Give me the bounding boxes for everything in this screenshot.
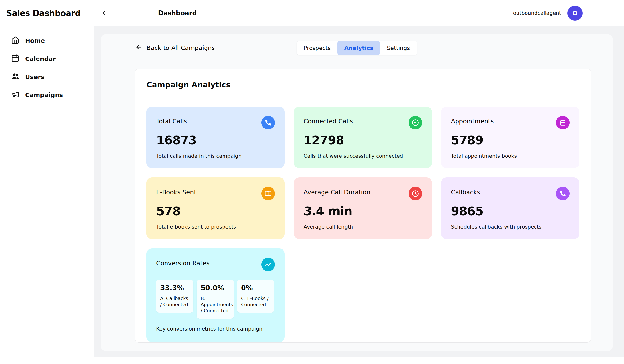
campaign-panel: Back to All Campaigns Prospects Analytic… [101,34,613,351]
metric-value: 3.4 min [304,204,422,218]
body-row: Home Calendar Users Campaigns [0,26,624,364]
sidebar-item-users[interactable]: Users [0,68,94,86]
header-account: outboundcallagent O [513,6,583,21]
megaphone-icon [11,90,19,100]
conversion-stats-row: 33.3% A. Callbacks / Connected 50.0% B. … [156,280,275,319]
metric-grid: Total Calls 16873 Total calls made in th… [147,106,579,342]
panel-toolbar: Back to All Campaigns Prospects Analytic… [101,34,613,69]
conversion-stat-appointments: 50.0% B. Appointments / Connected [197,280,234,319]
trending-up-icon [261,258,275,271]
tab-prospects[interactable]: Prospects [297,41,338,55]
conversion-caption: Key conversion metrics for this campaign [156,326,275,332]
metric-value: 16873 [156,133,275,147]
metric-card-callbacks: Callbacks 9865 Schedules callbacks with … [441,178,579,239]
bottom-strip [0,357,624,364]
book-open-icon [261,187,275,200]
home-icon [11,36,19,46]
metric-title: Callbacks [451,187,480,196]
clock-icon [409,187,422,200]
metric-description: Total e-books sent to prospects [156,224,275,230]
sidebar-item-calendar[interactable]: Calendar [0,50,94,68]
tab-settings[interactable]: Settings [380,41,416,55]
metric-description: Total calls made in this campaign [156,153,275,159]
arrow-left-icon [135,43,143,52]
sidebar-item-campaigns[interactable]: Campaigns [0,86,94,104]
avatar-initial: O [572,10,577,17]
metric-title: E-Books Sent [156,187,196,196]
phone-icon [556,187,570,200]
chevron-left-icon [101,9,108,17]
conversion-stat-value: 50.0% [201,284,230,292]
conversion-stat-label: C. E-Books / Connected [241,295,270,308]
conversion-stat-ebooks: 0% C. E-Books / Connected [237,280,274,312]
metric-value: 9865 [451,204,570,218]
username-label: outboundcallagent [513,10,561,16]
conversion-stat-value: 33.3% [160,284,189,292]
conversion-stat-value: 0% [241,284,270,292]
metric-card-ebooks-sent: E-Books Sent 578 Total e-books sent to p… [147,178,285,239]
back-link-label: Back to All Campaigns [147,44,215,52]
sidebar: Home Calendar Users Campaigns [0,26,94,364]
metric-description: Calls that were successfully connected [304,153,422,159]
tab-analytics[interactable]: Analytics [337,41,380,55]
metric-title: Total Calls [156,116,187,125]
users-icon [11,72,19,82]
section-title: Campaign Analytics [147,80,579,89]
conversion-title: Conversion Rates [156,258,209,267]
conversion-stat-callbacks: 33.3% A. Callbacks / Connected [156,280,193,312]
conversion-stat-label: A. Callbacks / Connected [160,295,189,308]
calendar-icon [11,54,19,64]
metric-description: Total appointments books [451,153,570,159]
tab-group: Prospects Analytics Settings [297,41,417,55]
metric-value: 578 [156,204,275,218]
metric-title: Connected Calls [304,116,353,125]
metric-title: Appointments [451,116,494,125]
back-to-campaigns-link[interactable]: Back to All Campaigns [135,43,215,52]
metric-card-appointments: Appointments 5789 Total appointments boo… [441,106,579,168]
metric-value: 12798 [304,133,422,147]
top-header: Sales Dashboard Dashboard outboundcallag… [0,0,624,26]
metric-description: Schedules callbacks with prospects [451,224,570,230]
conversion-stat-label: B. Appointments / Connected [201,295,230,314]
sidebar-item-label: Campaigns [25,91,63,99]
conversion-rates-card: Conversion Rates 33.3% A. Callbacks / Co… [147,248,285,342]
section-divider [147,96,579,96]
page-title: Dashboard [158,9,197,17]
metric-value: 5789 [451,133,570,147]
metric-description: Average call length [304,224,422,230]
sidebar-item-home[interactable]: Home [0,32,94,50]
app-root: Sales Dashboard Dashboard outboundcallag… [0,0,624,364]
sidebar-item-label: Home [25,37,45,44]
avatar[interactable]: O [568,6,583,21]
metric-title: Average Call Duration [304,187,370,196]
campaign-analytics-card: Campaign Analytics Total Calls 16873 [134,69,591,342]
calendar-icon [556,116,570,130]
phone-icon [261,116,275,130]
metric-card-total-calls: Total Calls 16873 Total calls made in th… [147,106,285,168]
sidebar-collapse-button[interactable] [99,8,109,19]
main-area: Back to All Campaigns Prospects Analytic… [94,26,624,364]
check-circle-icon [409,116,422,130]
sidebar-item-label: Calendar [25,55,56,62]
sidebar-item-label: Users [25,73,44,80]
app-title: Sales Dashboard [6,8,81,18]
metric-card-avg-call-duration: Average Call Duration 3.4 min Average ca… [294,178,432,239]
metric-card-connected-calls: Connected Calls 12798 Calls that were su… [294,106,432,168]
